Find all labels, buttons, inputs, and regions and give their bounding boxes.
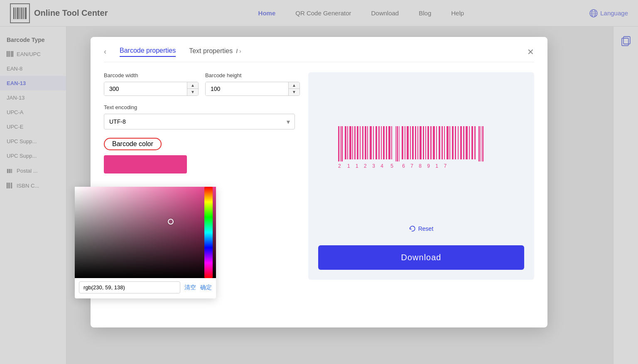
height-spinner-buttons: ▲ ▼ bbox=[288, 82, 299, 95]
svg-rect-85 bbox=[482, 126, 483, 161]
svg-rect-82 bbox=[474, 126, 476, 159]
color-confirm-button[interactable]: 确定 bbox=[200, 284, 212, 291]
reset-button[interactable]: Reset bbox=[409, 225, 434, 232]
svg-rect-44 bbox=[373, 126, 374, 159]
svg-rect-57 bbox=[407, 126, 409, 159]
color-swatch-button[interactable] bbox=[104, 155, 187, 173]
svg-rect-49 bbox=[386, 126, 387, 159]
text-encoding-select[interactable]: UTF-8 ISO-8859-1 ASCII bbox=[104, 114, 295, 129]
svg-rect-74 bbox=[452, 126, 454, 159]
svg-rect-83 bbox=[478, 126, 480, 161]
svg-rect-41 bbox=[365, 126, 366, 159]
svg-rect-71 bbox=[444, 126, 445, 159]
svg-rect-54 bbox=[399, 126, 400, 161]
svg-rect-66 bbox=[430, 126, 432, 159]
svg-rect-43 bbox=[370, 126, 372, 159]
barcode-preview-panel: 2 1 1 2 3 4 5 6 7 8 9 1 7 bbox=[308, 72, 534, 280]
svg-rect-77 bbox=[460, 126, 462, 159]
spectrum-bar[interactable] bbox=[204, 187, 213, 278]
svg-rect-46 bbox=[378, 126, 380, 159]
color-picker-footer: rgb(230, 59, 138) 清空 确定 bbox=[75, 278, 216, 293]
svg-rect-34 bbox=[347, 126, 348, 159]
svg-rect-33 bbox=[345, 126, 346, 159]
barcode-width-input[interactable]: 300 bbox=[104, 82, 187, 95]
svg-rect-78 bbox=[463, 126, 464, 159]
svg-rect-50 bbox=[388, 126, 390, 159]
height-decrement-button[interactable]: ▼ bbox=[289, 89, 299, 95]
color-picker-gradient-area bbox=[75, 187, 216, 278]
svg-rect-80 bbox=[469, 126, 470, 159]
svg-rect-35 bbox=[349, 126, 351, 159]
color-cursor[interactable] bbox=[168, 219, 174, 225]
svg-rect-45 bbox=[375, 126, 377, 159]
svg-rect-79 bbox=[466, 126, 468, 159]
barcode-width-group: Barcode width 300 ▲ ▼ bbox=[104, 72, 199, 96]
svg-rect-51 bbox=[391, 126, 392, 159]
barcode-svg: 2 1 1 2 3 4 5 6 7 8 9 1 7 bbox=[334, 122, 508, 172]
color-picker-popup: rgb(230, 59, 138) 清空 确定 bbox=[75, 187, 216, 298]
svg-rect-40 bbox=[362, 126, 363, 159]
prev-arrow[interactable]: ‹ bbox=[104, 47, 106, 56]
color-hex-input[interactable]: rgb(230, 59, 138) bbox=[79, 281, 180, 293]
barcode-preview: 2 1 1 2 3 4 5 6 7 8 9 1 7 bbox=[334, 122, 508, 172]
svg-rect-39 bbox=[360, 126, 361, 159]
tab-text-properties[interactable]: Text properties I › bbox=[189, 47, 241, 56]
barcode-color-group: Barcode color bbox=[104, 138, 295, 175]
modal-header: ‹ Barcode properties Text properties I ›… bbox=[104, 47, 534, 62]
color-clear-button[interactable]: 清空 bbox=[184, 284, 196, 291]
width-spinner-buttons: ▲ ▼ bbox=[187, 82, 198, 95]
svg-rect-37 bbox=[354, 126, 356, 159]
svg-rect-30 bbox=[338, 126, 339, 161]
svg-rect-68 bbox=[436, 126, 437, 159]
svg-text:2
            1
            1
: 2 1 1 2 3 4 5 6 7 8 9 1 7 bbox=[338, 163, 447, 169]
svg-rect-31 bbox=[340, 126, 341, 161]
width-increment-button[interactable]: ▲ bbox=[187, 82, 198, 89]
barcode-width-label: Barcode width bbox=[104, 72, 199, 78]
download-button[interactable]: Download bbox=[318, 245, 524, 270]
barcode-height-input[interactable]: 100 bbox=[206, 82, 288, 95]
width-decrement-button[interactable]: ▼ bbox=[187, 89, 198, 95]
svg-rect-48 bbox=[383, 126, 385, 159]
text-encoding-label: Text encoding bbox=[104, 104, 295, 110]
color-gradient-inner bbox=[75, 187, 216, 278]
barcode-height-label: Barcode height bbox=[205, 72, 300, 78]
tab-barcode-properties[interactable]: Barcode properties bbox=[120, 47, 176, 57]
barcode-height-group: Barcode height 100 ▲ ▼ bbox=[205, 72, 300, 96]
text-encoding-group: Text encoding UTF-8 ISO-8859-1 ASCII ▾ bbox=[104, 104, 295, 129]
svg-rect-64 bbox=[425, 126, 426, 159]
svg-rect-84 bbox=[481, 126, 481, 161]
svg-rect-63 bbox=[423, 126, 424, 159]
svg-rect-58 bbox=[410, 126, 411, 159]
svg-rect-42 bbox=[367, 126, 368, 159]
barcode-width-input-spinner: 300 ▲ ▼ bbox=[104, 82, 199, 96]
height-increment-button[interactable]: ▲ bbox=[289, 82, 299, 89]
svg-rect-47 bbox=[381, 126, 382, 159]
modal-close-button[interactable]: ✕ bbox=[527, 47, 534, 57]
svg-rect-72 bbox=[447, 126, 449, 159]
svg-rect-56 bbox=[405, 126, 405, 159]
svg-rect-52 bbox=[395, 126, 396, 161]
text-encoding-select-wrap: UTF-8 ISO-8859-1 ASCII ▾ bbox=[104, 114, 295, 129]
dimension-fields: Barcode width 300 ▲ ▼ Barcode height 100 bbox=[104, 72, 295, 96]
spectrum-row bbox=[204, 187, 216, 278]
svg-rect-60 bbox=[415, 126, 416, 159]
barcode-height-input-spinner: 100 ▲ ▼ bbox=[205, 82, 300, 96]
svg-rect-36 bbox=[352, 126, 353, 159]
svg-rect-59 bbox=[412, 126, 414, 159]
svg-rect-70 bbox=[442, 126, 443, 159]
text-cursor-icon: I bbox=[236, 48, 238, 54]
next-arrow-icon: › bbox=[239, 48, 241, 54]
svg-rect-61 bbox=[417, 126, 418, 159]
barcode-color-label-badge: Barcode color bbox=[104, 138, 162, 150]
reset-icon bbox=[409, 225, 416, 232]
svg-rect-69 bbox=[439, 126, 440, 159]
svg-rect-32 bbox=[341, 126, 343, 161]
color-gradient[interactable] bbox=[75, 187, 216, 278]
svg-rect-76 bbox=[458, 126, 459, 159]
svg-rect-62 bbox=[420, 126, 422, 159]
svg-rect-53 bbox=[397, 126, 398, 161]
svg-rect-73 bbox=[449, 126, 450, 159]
svg-rect-75 bbox=[455, 126, 456, 159]
barcode-color-label: Barcode color bbox=[112, 140, 153, 147]
svg-rect-65 bbox=[427, 126, 429, 159]
